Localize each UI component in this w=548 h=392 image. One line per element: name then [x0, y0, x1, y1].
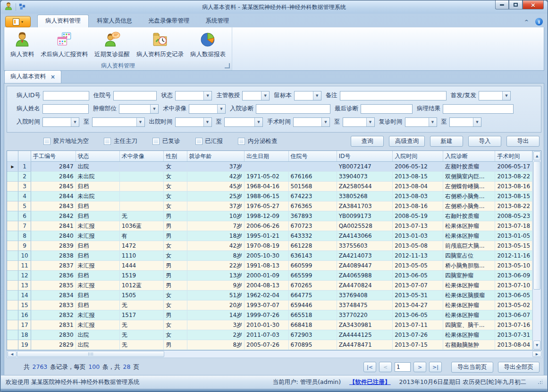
filter-input-病理结果[interactable]	[443, 104, 514, 114]
table-row[interactable]: 52843归档女37岁1976-05-27676365ZA38417032013…	[7, 201, 532, 211]
filter-select-状态[interactable]: ▼	[175, 91, 212, 100]
chevron-down-icon[interactable]: ▼	[473, 118, 481, 126]
scroll-right-icon[interactable]: ▶	[532, 351, 541, 357]
title-bar[interactable]: 病人基本资料 - 某某医院神经外科-神经外科数据管理系统 ×	[0, 0, 548, 14]
chevron-down-icon[interactable]: ▼	[203, 92, 211, 100]
vertical-scroll-thumb[interactable]	[533, 161, 540, 290]
filter-select-首发/复发[interactable]: ▼	[479, 91, 511, 100]
filter-input-备注[interactable]	[340, 91, 447, 100]
filter-select-主管教授[interactable]: ▼	[242, 91, 270, 100]
column-header-术中录像[interactable]: 术中录像	[119, 151, 164, 162]
table-row[interactable]: 42844未出院女25岁1988-06-15674223338052682013…	[7, 192, 532, 201]
export-all-pages-button[interactable]: 导出全部页	[498, 362, 540, 373]
ribbon-button-data-report-chart[interactable]: 病人数据报表	[187, 29, 229, 59]
chevron-down-icon[interactable]: ▼	[203, 118, 211, 126]
layout-grid-icon[interactable]	[19, 3, 25, 12]
app-icon[interactable]	[4, 2, 13, 12]
chevron-down-icon[interactable]: ▼	[217, 105, 225, 113]
action-button-导入[interactable]: 导入	[468, 136, 501, 147]
ribbon-tab-4[interactable]: 系统管理	[198, 15, 237, 27]
filter-input-住院号[interactable]	[113, 91, 157, 100]
table-row[interactable]: 62842归档无男10岁1998-12-09367893YB0099173200…	[7, 211, 532, 221]
table-row[interactable]: 22846未出院女42岁1971-05-02676166339040732013…	[7, 172, 532, 182]
table-row[interactable]: 82840未汇报有男18岁1995-01-21643332ZA414306620…	[7, 231, 532, 241]
export-current-page-button[interactable]: 导出当前页	[451, 362, 493, 373]
filter-select-至[interactable]: ▼	[92, 117, 145, 127]
filter-select-至[interactable]: ▼	[449, 117, 481, 127]
collapse-ribbon-icon[interactable]: ^	[524, 19, 529, 25]
dialog-launcher-icon[interactable]	[225, 63, 230, 68]
chevron-down-icon[interactable]: ▼	[313, 92, 321, 100]
checkbox-胶片地址为空[interactable]: 胶片地址为空	[43, 137, 89, 145]
filter-select-入院时间[interactable]: ▼	[42, 117, 79, 127]
chevron-down-icon[interactable]: ▼	[136, 118, 144, 126]
table-row[interactable]: 162832未汇报1517男14岁1999-07-266655183377022…	[7, 310, 532, 320]
table-row[interactable]: 142834归档1505女51岁1962-02-0466477533769408…	[7, 291, 532, 300]
table-row[interactable]: ▶12847出院女37岁YB00721472006-05-12左额叶胶质瘤200…	[7, 162, 532, 172]
action-button-查询[interactable]: 查询	[351, 136, 384, 147]
chevron-down-icon[interactable]: ▼	[429, 118, 437, 126]
chevron-down-icon[interactable]: ▼	[254, 118, 262, 126]
ribbon-tab-2[interactable]: 科室人员信息	[89, 15, 140, 27]
checkbox-已汇报[interactable]: 已汇报	[195, 137, 223, 145]
tab-close-icon[interactable]: ×	[51, 74, 55, 80]
scroll-left-icon[interactable]: ◀	[8, 351, 17, 357]
column-header-ID号[interactable]: ID号	[337, 151, 393, 162]
column-header-出生日期[interactable]: 出生日期	[244, 151, 288, 162]
chevron-down-icon[interactable]: ▼	[321, 118, 329, 126]
ribbon-tab-3[interactable]: 光盘录像带管理	[140, 15, 198, 27]
info-icon[interactable]: i	[535, 18, 543, 25]
filter-input-最后诊断[interactable]	[361, 104, 413, 114]
minimize-button[interactable]	[495, 0, 509, 9]
column-header-入院时间[interactable]: 入院时间	[393, 151, 443, 162]
column-header-入院诊断[interactable]: 入院诊断	[443, 151, 495, 162]
next-page-button[interactable]: >	[413, 362, 426, 372]
last-page-button[interactable]: >|	[429, 362, 442, 372]
table-row[interactable]: 152833归档无女20岁1993-07-0765944633748475201…	[7, 300, 532, 310]
tab-patient-basic-info[interactable]: 病人基本资料 ×	[4, 70, 61, 83]
checkbox-已复诊[interactable]: 已复诊	[152, 137, 180, 145]
table-row[interactable]: 172831未汇报无女3岁2010-01-30668418ZA343098120…	[7, 320, 532, 330]
filter-select-出院时间[interactable]: ▼	[175, 117, 212, 127]
column-header-性别[interactable]: 性别	[164, 151, 187, 162]
chevron-down-icon[interactable]: ▼	[366, 118, 374, 126]
checkbox-内分泌检查[interactable]: 内分泌检查	[238, 137, 278, 145]
table-row[interactable]: 192829出院无男8岁2005-07-26670895ZA4478471201…	[7, 340, 532, 350]
ribbon-tab-1[interactable]: 病人资料管理	[37, 15, 89, 27]
vertical-scrollbar[interactable]: ▲ ▼	[532, 151, 541, 350]
ribbon-button-history-record[interactable]: 病人资料历史记录	[133, 29, 187, 59]
chevron-down-icon[interactable]: ▼	[71, 118, 79, 126]
filter-select-肿瘤部位[interactable]: ▼	[119, 104, 159, 114]
filter-input-病人ID号[interactable]	[43, 91, 89, 100]
ribbon-button-postop-report[interactable]: 术后病人汇报资料	[37, 29, 91, 59]
page-number-input[interactable]	[395, 362, 411, 372]
table-row[interactable]: 122836归档1519男13岁2000-01-09665599ZA406598…	[7, 271, 532, 281]
table-row[interactable]: 32845归档女45岁1968-04-16501568ZA25805442013…	[7, 182, 532, 192]
scroll-up-icon[interactable]: ▲	[533, 151, 540, 160]
filter-select-术中录像[interactable]: ▼	[189, 104, 226, 114]
chevron-down-icon[interactable]: ▼	[261, 92, 269, 100]
table-row[interactable]: 112837未汇报1444男22岁1991-08-13660599ZA40894…	[7, 261, 532, 271]
filter-select-复诊时间[interactable]: ▼	[405, 117, 437, 127]
table-row[interactable]: 92839归档1472女42岁1970-08-19661228337556032…	[7, 241, 532, 251]
table-row[interactable]: 182830出院无女2岁2011-07-03672903ZA4444125201…	[7, 330, 532, 340]
app-menu-button[interactable]: ▾	[5, 16, 31, 27]
ribbon-button-revisit-reminder[interactable]: 近期复诊提醒	[91, 29, 133, 59]
maximize-button[interactable]	[509, 0, 523, 9]
resize-grip[interactable]	[538, 380, 542, 384]
chevron-down-icon[interactable]: ▼	[502, 92, 510, 100]
filter-input-入院诊断[interactable]	[256, 104, 330, 114]
column-header-住院号[interactable]: 住院号	[288, 151, 337, 162]
filter-select-至[interactable]: ▼	[224, 117, 263, 127]
action-button-导出[interactable]: 导出	[506, 136, 540, 147]
table-row[interactable]: 132835未汇报1012蓝男9岁2004-08-13670265ZA44708…	[7, 281, 532, 291]
scroll-down-icon[interactable]: ▼	[533, 341, 540, 350]
checkbox-主任主刀[interactable]: 主任主刀	[104, 137, 137, 145]
filter-select-至[interactable]: ▼	[343, 117, 375, 127]
action-button-高级查询[interactable]: 高级查询	[389, 136, 425, 147]
close-button[interactable]: ×	[523, 0, 544, 9]
column-header-手术时间[interactable]: 手术时间	[495, 151, 532, 162]
table-row[interactable]: 72841未汇报1036蓝男7岁2006-06-26670723QA002552…	[7, 221, 532, 231]
horizontal-scroll-thumb[interactable]	[17, 351, 164, 357]
action-button-新建[interactable]: 新建	[430, 136, 463, 147]
